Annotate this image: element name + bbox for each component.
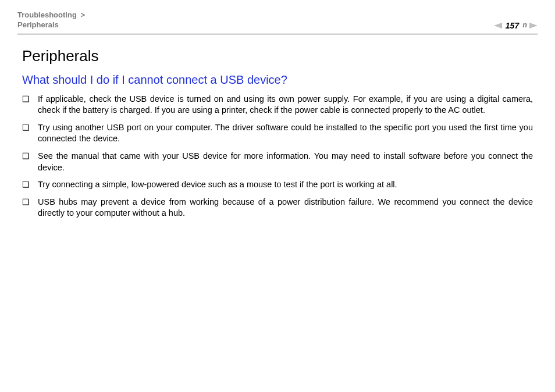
prev-page-arrow-icon[interactable]: [494, 23, 502, 28]
list-item-text: If applicable, check the USB device is t…: [38, 94, 533, 116]
breadcrumb-separator: >: [80, 10, 85, 19]
list-item-text: USB hubs may prevent a device from worki…: [38, 197, 533, 219]
checklist: ❑ If applicable, check the USB device is…: [22, 94, 533, 219]
pager: 157 n: [494, 21, 538, 30]
breadcrumb: Troubleshooting > Peripherals: [17, 10, 87, 30]
bullet-icon: ❑: [22, 94, 30, 104]
section-question: What should I do if I cannot connect a U…: [22, 73, 533, 87]
list-item: ❑ If applicable, check the USB device is…: [22, 94, 533, 116]
bullet-icon: ❑: [22, 123, 30, 133]
breadcrumb-top: Troubleshooting: [17, 10, 77, 19]
list-item: ❑ Try connecting a simple, low-powered d…: [22, 179, 533, 191]
page-number: 157: [506, 21, 519, 30]
list-item-text: Try using another USB port on your compu…: [38, 122, 533, 145]
svg-marker-1: [529, 23, 538, 28]
page-title: Peripherals: [22, 47, 533, 65]
page-header: Troubleshooting > Peripherals 157 n: [17, 10, 538, 34]
n-glyph: n: [522, 21, 527, 30]
bullet-icon: ❑: [22, 180, 30, 190]
list-item: ❑ Try using another USB port on your com…: [22, 122, 533, 145]
next-page-arrow-icon[interactable]: [529, 23, 538, 28]
breadcrumb-bottom: Peripherals: [17, 20, 59, 29]
list-item-text: See the manual that came with your USB d…: [38, 151, 533, 173]
list-item: ❑ See the manual that came with your USB…: [22, 151, 533, 173]
page-content: Peripherals What should I do if I cannot…: [17, 47, 538, 219]
list-item: ❑ USB hubs may prevent a device from wor…: [22, 197, 533, 219]
list-item-text: Try connecting a simple, low-powered dev…: [38, 179, 533, 191]
bullet-icon: ❑: [22, 151, 30, 161]
bullet-icon: ❑: [22, 197, 30, 207]
svg-marker-0: [494, 23, 502, 28]
